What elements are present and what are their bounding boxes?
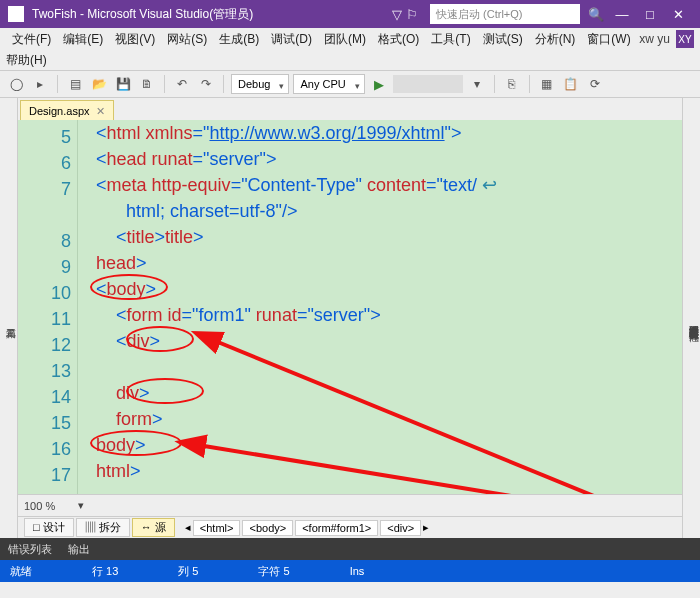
code-editor[interactable]: 5 6 7 8 9 10 11 12 13 14 15 16 17 18 <ht… (18, 120, 682, 494)
maximize-button[interactable]: □ (636, 7, 664, 22)
toolbox-strip[interactable]: 工具箱 (0, 98, 18, 538)
crumb-div[interactable]: <div> (380, 520, 421, 536)
view-design-button[interactable]: □ 设计 (24, 518, 74, 537)
quick-launch-input[interactable]: 快速启动 (Ctrl+Q) (430, 4, 580, 24)
browser-combo[interactable] (393, 75, 463, 93)
titlebar: TwoFish - Microsoft Visual Studio(管理员) ▽… (0, 0, 700, 28)
undo-icon[interactable]: ↶ (172, 74, 192, 94)
status-line: 行 13 (92, 564, 118, 579)
toolbar: ◯ ▸ ▤ 📂 💾 🗎 ↶ ↷ Debug Any CPU ▶ ▾ ⎘ ▦ 📋 … (0, 70, 700, 98)
redo-icon[interactable]: ↷ (196, 74, 216, 94)
code-content[interactable]: <html xmlns="http://www.w3.org/1999/xhtm… (78, 120, 682, 494)
statusbar: 就绪 行 13 列 5 字符 5 Ins (0, 560, 700, 582)
tb-icon-a[interactable]: ⎘ (502, 74, 522, 94)
tb-icon-c[interactable]: 📋 (561, 74, 581, 94)
menu-format[interactable]: 格式(O) (372, 31, 425, 48)
editor-area: Design.aspx ✕ 5 6 7 8 9 10 11 12 13 14 1… (18, 98, 682, 538)
line-gutter: 5 6 7 8 9 10 11 12 13 14 15 16 17 18 (18, 120, 78, 494)
nav-back-icon[interactable]: ◯ (6, 74, 26, 94)
start-button[interactable]: ▶ (369, 74, 389, 94)
menu-tools[interactable]: 工具(T) (425, 31, 476, 48)
menubar: 文件(F) 编辑(E) 视图(V) 网站(S) 生成(B) 调试(D) 团队(M… (0, 28, 700, 50)
menu-file[interactable]: 文件(F) (6, 31, 57, 48)
tab-output[interactable]: 输出 (68, 542, 90, 557)
zoom-bar: 100 % ▾ (18, 494, 682, 516)
tab-label: Design.aspx (29, 101, 90, 121)
open-icon[interactable]: 📂 (89, 74, 109, 94)
main-area: 工具箱 Design.aspx ✕ 5 6 7 8 9 10 11 12 13 … (0, 98, 700, 538)
quicklaunch-down-icon[interactable]: ▽ (392, 7, 402, 22)
new-icon[interactable]: ▤ (65, 74, 85, 94)
view-split-button[interactable]: ▥ 拆分 (76, 518, 130, 537)
tab-design-aspx[interactable]: Design.aspx ✕ (20, 100, 114, 120)
close-button[interactable]: ✕ (664, 7, 692, 22)
quicklaunch-search-icon[interactable]: 🔍 (588, 7, 604, 22)
zoom-level[interactable]: 100 % (24, 500, 74, 512)
menu-analyze[interactable]: 分析(N) (529, 31, 582, 48)
menu-window[interactable]: 窗口(W) (581, 31, 636, 48)
window-title: TwoFish - Microsoft Visual Studio(管理员) (32, 6, 253, 23)
status-ready: 就绪 (10, 564, 32, 579)
account-user[interactable]: xw yu (639, 32, 670, 46)
crumb-html[interactable]: <html> (193, 520, 241, 536)
nav-fwd-icon[interactable]: ▸ (30, 74, 50, 94)
design-pathbar: □ 设计 ▥ 拆分 ↔ 源 ◂ <html> <body> <form#form… (18, 516, 682, 538)
crumb-nav-prev-icon[interactable]: ◂ (185, 521, 191, 534)
tab-error-list[interactable]: 错误列表 (8, 542, 52, 557)
account-avatar[interactable]: XY (676, 30, 694, 48)
tb-icon-d[interactable]: ⟳ (585, 74, 605, 94)
document-tabs: Design.aspx ✕ (18, 98, 682, 120)
quicklaunch-flag-icon[interactable]: ⚐ (406, 7, 418, 22)
vs-icon (8, 6, 24, 22)
zoom-dropdown-icon[interactable]: ▾ (78, 499, 84, 512)
menu-debug[interactable]: 调试(D) (265, 31, 318, 48)
config-combo[interactable]: Debug (231, 74, 289, 94)
menu-team[interactable]: 团队(M) (318, 31, 372, 48)
view-source-button[interactable]: ↔ 源 (132, 518, 175, 537)
save-icon[interactable]: 💾 (113, 74, 133, 94)
tab-close-icon[interactable]: ✕ (96, 101, 105, 121)
crumb-form[interactable]: <form#form1> (295, 520, 378, 536)
output-tabs: 错误列表 输出 (0, 538, 700, 560)
browser-dropdown-icon[interactable]: ▾ (467, 74, 487, 94)
menu-test[interactable]: 测试(S) (477, 31, 529, 48)
crumb-nav-next-icon[interactable]: ▸ (423, 521, 429, 534)
menu-build[interactable]: 生成(B) (213, 31, 265, 48)
status-char: 字符 5 (258, 564, 289, 579)
menu-help[interactable]: 帮助(H) (6, 52, 47, 69)
menu-site[interactable]: 网站(S) (161, 31, 213, 48)
crumb-body[interactable]: <body> (242, 520, 293, 536)
status-col: 列 5 (178, 564, 198, 579)
platform-combo[interactable]: Any CPU (293, 74, 364, 94)
tb-icon-b[interactable]: ▦ (537, 74, 557, 94)
right-panel-strip[interactable]: 解决方案资源管理器 团队资源管理器 属性 (682, 98, 700, 538)
menu-help-row: 帮助(H) (0, 50, 700, 70)
status-ins: Ins (350, 565, 365, 577)
saveall-icon[interactable]: 🗎 (137, 74, 157, 94)
menu-edit[interactable]: 编辑(E) (57, 31, 109, 48)
menu-view[interactable]: 视图(V) (109, 31, 161, 48)
minimize-button[interactable]: — (608, 7, 636, 22)
